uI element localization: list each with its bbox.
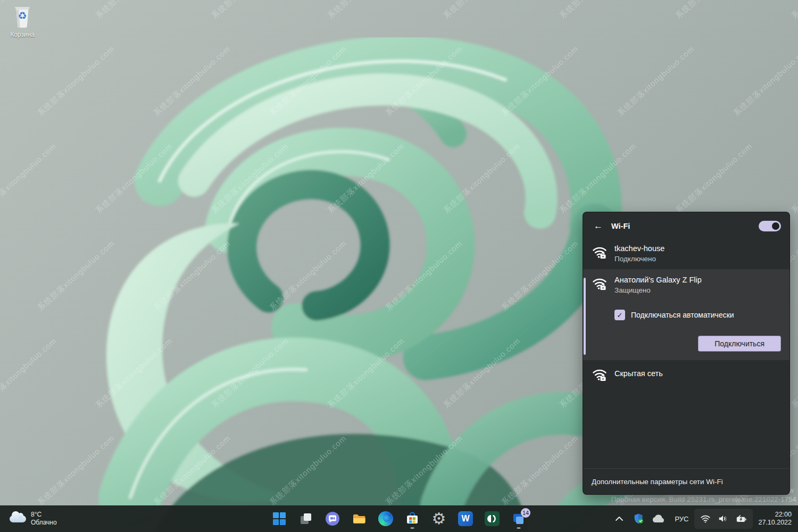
edge-browser-button[interactable] bbox=[375, 508, 397, 530]
wifi-secured-icon bbox=[592, 276, 608, 292]
microsoft-store-button[interactable] bbox=[401, 508, 423, 530]
panel-title: Wi-Fi bbox=[611, 222, 630, 230]
taskbar-center-icons: ⚙ W 14 bbox=[268, 505, 530, 532]
chat-icon bbox=[325, 511, 340, 526]
clock[interactable]: 22:00 27.10.2022 bbox=[754, 511, 795, 527]
recycle-bin-label: Корзина bbox=[6, 31, 38, 38]
task-view-icon bbox=[298, 511, 313, 526]
chevron-up-icon bbox=[613, 513, 625, 524]
cloud-weather-icon bbox=[10, 516, 26, 522]
taskbar: 8°C Облачно bbox=[0, 505, 798, 532]
word-button[interactable]: W bbox=[454, 508, 477, 530]
checkbox-label: Подключаться автоматически bbox=[631, 311, 734, 319]
back-button[interactable]: ← bbox=[592, 220, 605, 231]
language-indicator[interactable]: РУС bbox=[670, 508, 693, 529]
connect-button[interactable]: Подключиться bbox=[698, 336, 781, 352]
wifi-secured-icon bbox=[592, 367, 608, 383]
task-view-button[interactable] bbox=[295, 508, 317, 530]
network-name: Анатолий's Galaxy Z Flip bbox=[614, 275, 702, 285]
start-button[interactable] bbox=[268, 508, 290, 530]
settings-button[interactable]: ⚙ bbox=[428, 508, 450, 530]
date: 27.10.2022 bbox=[758, 519, 792, 527]
time: 22:00 bbox=[758, 511, 792, 519]
network-name: tkachev-house bbox=[614, 243, 664, 254]
contrast-app-icon bbox=[485, 511, 500, 526]
build-version-watermark: Пробная версия. Build 25231.rs_prereleas… bbox=[611, 495, 796, 503]
wifi-tray-icon bbox=[700, 513, 711, 524]
selection-indicator bbox=[584, 278, 586, 355]
network-item-galaxy-z-flip[interactable]: Анатолий's Galaxy Z Flip Защищено ✓ Подк… bbox=[583, 269, 789, 360]
volume-icon bbox=[718, 513, 728, 524]
wifi-panel-header: ← Wi-Fi bbox=[583, 212, 789, 238]
quick-settings-button[interactable] bbox=[694, 509, 753, 529]
mail-app-button[interactable]: 14 bbox=[508, 508, 530, 530]
windows-logo-icon bbox=[272, 512, 286, 526]
file-explorer-button[interactable] bbox=[348, 508, 370, 530]
edge-icon bbox=[378, 511, 393, 526]
gear-icon: ⚙ bbox=[432, 511, 446, 527]
wifi-secured-icon bbox=[592, 244, 608, 260]
onedrive-cloud-icon bbox=[652, 514, 666, 523]
shield-icon bbox=[633, 513, 644, 525]
network-name: Скрытая сеть bbox=[614, 365, 663, 383]
weather-widget[interactable]: 8°C Облачно bbox=[5, 505, 61, 532]
running-indicator bbox=[411, 527, 414, 529]
windows-security-tray-icon[interactable] bbox=[629, 508, 647, 529]
word-icon: W bbox=[458, 511, 473, 526]
system-tray: РУС 22:00 27.10.2022 bbox=[610, 505, 795, 532]
checkmark-icon: ✓ bbox=[617, 311, 623, 319]
wifi-flyout-panel: ← Wi-Fi tkachev-house Подключено bbox=[583, 212, 790, 495]
network-item-tkachev-house[interactable]: tkachev-house Подключено bbox=[583, 238, 789, 269]
running-indicator bbox=[517, 527, 521, 529]
weather-temperature: 8°C bbox=[31, 511, 57, 519]
network-status: Защищено bbox=[614, 285, 702, 295]
network-item-hidden[interactable]: Скрытая сеть bbox=[583, 360, 789, 388]
recycle-bin-desktop-icon[interactable]: ♻ Корзина bbox=[6, 4, 38, 38]
checkbox[interactable]: ✓ bbox=[614, 310, 625, 320]
contrast-app-button[interactable] bbox=[481, 508, 503, 530]
chat-teams-button[interactable] bbox=[321, 508, 344, 530]
wifi-toggle[interactable] bbox=[759, 221, 781, 231]
recycle-bin-icon: ♻ bbox=[11, 4, 34, 30]
tray-overflow-button[interactable] bbox=[610, 508, 628, 529]
store-icon bbox=[405, 511, 420, 526]
recycle-arrows-icon: ♻ bbox=[18, 11, 27, 21]
notification-badge: 14 bbox=[521, 508, 530, 518]
folder-icon bbox=[352, 511, 367, 526]
weather-condition: Облачно bbox=[31, 519, 57, 527]
network-status: Подключено bbox=[614, 254, 664, 264]
toggle-knob bbox=[772, 222, 779, 230]
auto-connect-checkbox-row[interactable]: ✓ Подключаться автоматически bbox=[614, 310, 781, 320]
battery-charging-icon bbox=[735, 513, 747, 524]
more-wifi-settings-link[interactable]: Дополнительные параметры сети Wi-Fi bbox=[583, 468, 789, 494]
onedrive-tray-icon[interactable] bbox=[649, 508, 669, 529]
